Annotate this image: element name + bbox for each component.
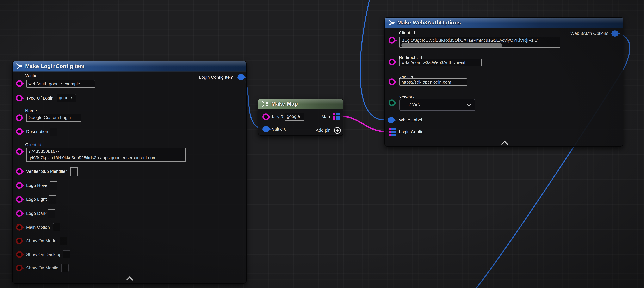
logo-hover-input[interactable]: [50, 181, 58, 190]
node-make-web3authoptions[interactable]: Make Web3AuthOptions Web 3Auth Options C…: [384, 17, 624, 147]
value0-label: Value 0: [272, 127, 286, 132]
show-on-mobile-label: Show On Mobile: [26, 265, 58, 270]
logo-light-input[interactable]: [48, 195, 56, 204]
collapse-chevron-icon[interactable]: [501, 141, 508, 148]
description-pin[interactable]: [16, 128, 23, 135]
make-struct-icon: [16, 63, 22, 70]
node-title: Make LoginConfigItem: [25, 63, 85, 69]
client-id-input[interactable]: 774338308167-q463s7kpvja16l4l0kko3nb925i…: [26, 148, 186, 162]
make-map-icon: [262, 100, 269, 107]
type-of-login-pin[interactable]: [16, 95, 23, 101]
value0-pin[interactable]: [262, 126, 270, 132]
network-value: CYAN: [409, 103, 421, 107]
logo-dark-input[interactable]: [48, 209, 56, 218]
key0-label: Key 0: [272, 114, 283, 119]
redirect-url-pin[interactable]: [388, 59, 395, 65]
blueprint-canvas[interactable]: { "colors": { "canvas_bg": "#1f1f21", "h…: [0, 0, 644, 288]
map-output-pin[interactable]: [333, 113, 340, 120]
login-config-pin[interactable]: [389, 128, 396, 136]
node-header[interactable]: Make Web3AuthOptions: [385, 18, 623, 28]
node-header[interactable]: Make LoginConfigItem: [12, 61, 246, 72]
logo-dark-label: Logo Dark: [26, 211, 46, 216]
show-on-modal-pin[interactable]: [16, 237, 23, 244]
client-id-pin[interactable]: [388, 37, 395, 44]
verifier-sub-identifier-label: Verifier Sub Identifier: [26, 169, 67, 174]
make-struct-icon: [388, 19, 395, 26]
text-caret: [538, 38, 538, 43]
name-pin[interactable]: [16, 114, 23, 121]
client-id-label: Client Id: [25, 142, 41, 147]
description-input[interactable]: [50, 128, 58, 136]
verifier-input[interactable]: web3auth-google-example: [26, 80, 95, 88]
login-config-label: Login Config: [399, 129, 424, 134]
show-on-desktop-pin[interactable]: [16, 251, 23, 258]
client-id-label: Client Id: [399, 31, 415, 36]
show-on-modal-checkbox[interactable]: [60, 237, 67, 245]
show-on-modal-label: Show On Modal: [26, 238, 57, 243]
collapse-chevron-icon[interactable]: [126, 276, 133, 283]
logo-hover-pin[interactable]: [16, 182, 23, 189]
white-label-pin[interactable]: [388, 117, 395, 123]
output-label: Web 3Auth Options: [570, 31, 608, 36]
logo-hover-label: Logo Hover: [26, 183, 49, 188]
redirect-url-input[interactable]: w3a://com.w3a.Web3AuthUnreal: [399, 59, 482, 66]
show-on-desktop-checkbox[interactable]: [63, 250, 70, 258]
node-title: Make Web3AuthOptions: [397, 20, 461, 26]
main-option-label: Main Option: [26, 225, 50, 230]
chevron-down-icon: [467, 103, 471, 107]
wire-top-to-whitelabel[interactable]: [360, 0, 388, 120]
client-id-scrollbar[interactable]: [402, 43, 502, 47]
main-option-checkbox[interactable]: [53, 223, 60, 231]
logo-dark-pin[interactable]: [16, 210, 23, 217]
show-on-mobile-checkbox[interactable]: [61, 264, 68, 272]
main-option-pin[interactable]: [16, 224, 23, 231]
type-of-login-label: Type Of Login: [26, 96, 54, 101]
network-dropdown[interactable]: CYAN: [399, 99, 476, 111]
logo-light-pin[interactable]: [16, 196, 23, 203]
verifier-pin[interactable]: [16, 80, 23, 87]
output-pin-web3auth-options[interactable]: [612, 31, 618, 37]
name-label: Name: [25, 108, 37, 113]
client-id-text: BEglQSgt4cUWcj6SKRdu5QkOXTsePmMcusG5EAoy…: [402, 38, 538, 43]
sdk-url-pin[interactable]: [388, 78, 395, 85]
verifier-sub-identifier-input[interactable]: [70, 167, 78, 176]
node-make-loginconfigitem[interactable]: Make LoginConfigItem Login Config Item V…: [12, 61, 246, 283]
show-on-mobile-pin[interactable]: [16, 264, 23, 271]
verifier-sub-identifier-pin[interactable]: [16, 168, 23, 175]
wire-map-to-loginconfig[interactable]: [341, 116, 388, 132]
logo-light-label: Logo Light: [26, 197, 47, 202]
name-input[interactable]: Google Custom Login: [26, 114, 81, 122]
show-on-desktop-label: Show On Desktop: [26, 252, 62, 257]
map-output-label: Map: [322, 114, 330, 119]
node-make-map[interactable]: Make Map Key 0 google Map Value 0 Add pi…: [258, 99, 343, 136]
description-label: Description: [26, 129, 48, 134]
output-pin-login-config-item[interactable]: [238, 74, 244, 80]
client-id-pin[interactable]: [16, 148, 23, 155]
client-id-input[interactable]: BEglQSgt4cUWcj6SKRdu5QkOXTsePmMcusG5EAoy…: [399, 37, 560, 48]
add-pin-button[interactable]: +: [334, 127, 341, 134]
node-title: Make Map: [272, 101, 298, 107]
key0-pin[interactable]: [262, 113, 269, 120]
verifier-label: Verifier: [25, 73, 39, 78]
output-label: Login Config Item: [199, 75, 234, 80]
network-label: Network: [398, 95, 414, 100]
type-of-login-input[interactable]: google: [57, 94, 76, 102]
key0-input[interactable]: google: [285, 113, 304, 121]
add-pin-label: Add pin: [316, 128, 331, 133]
network-pin[interactable]: [388, 99, 395, 106]
node-header[interactable]: Make Map: [258, 99, 343, 109]
sdk-url-input[interactable]: https://sdk.openlogin.com: [399, 78, 467, 86]
white-label-label: White Label: [399, 118, 422, 123]
